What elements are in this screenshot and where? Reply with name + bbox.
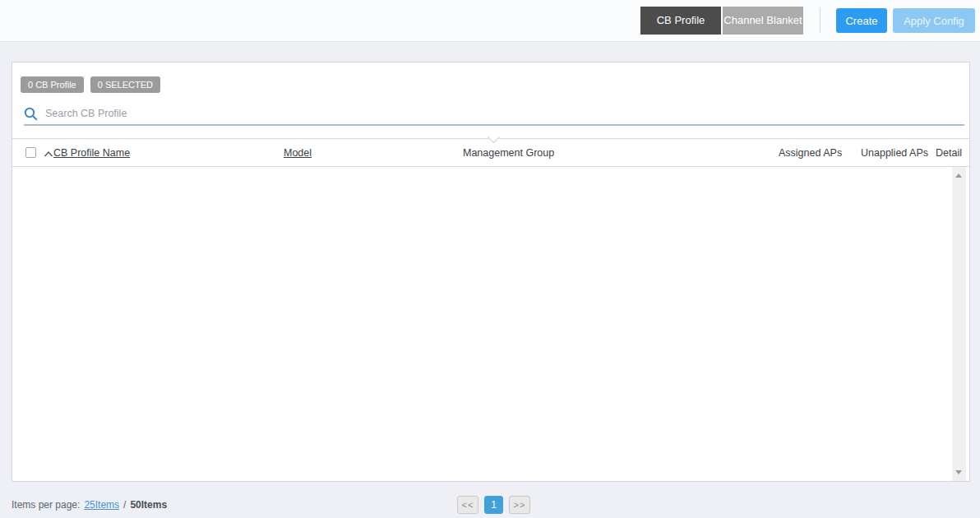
pagination-current-page[interactable]: 1	[484, 496, 503, 514]
select-all-checkbox[interactable]	[25, 147, 36, 158]
topbar-divider	[820, 8, 821, 33]
apply-config-button[interactable]: Apply Config	[893, 8, 975, 33]
table-header: CB Profile Name Model Management Group A…	[12, 138, 969, 167]
view-tab-group: CB Profile Channel Blanket	[640, 7, 803, 35]
items-per-page-label: Items per page:	[12, 499, 80, 511]
page-size-25-link[interactable]: 25Items	[84, 499, 119, 511]
tab-cb-profile[interactable]: CB Profile	[640, 7, 721, 35]
column-header-assigned-aps: Assigned APs	[779, 139, 842, 166]
pagination-first-button[interactable]: <<	[457, 496, 478, 514]
cb-profile-panel: 0 CB Profile 0 SELECTED CB Profile Name …	[12, 62, 970, 482]
page-size-50-option[interactable]: 50Items	[130, 499, 167, 511]
pagination-last-button[interactable]: >>	[509, 496, 530, 514]
column-header-unapplied-aps: Unapplied APs	[861, 139, 928, 166]
topbar: CB Profile Channel Blanket Create Apply …	[0, 0, 980, 42]
vertical-scrollbar[interactable]	[952, 167, 966, 481]
table-body-empty	[12, 167, 969, 481]
selected-count-badge: 0 SELECTED	[90, 76, 160, 93]
column-header-detail: Detail	[936, 139, 962, 166]
column-header-cb-profile-name[interactable]: CB Profile Name	[53, 139, 130, 166]
tab-channel-blanket[interactable]: Channel Blanket	[723, 7, 803, 35]
search-bar	[24, 103, 964, 126]
search-input[interactable]	[45, 108, 964, 119]
create-button[interactable]: Create	[836, 8, 887, 33]
scroll-up-icon[interactable]	[955, 173, 962, 178]
profile-count-badge: 0 CB Profile	[21, 76, 84, 93]
pagination: << 1 >>	[457, 496, 530, 514]
count-badges: 0 CB Profile 0 SELECTED	[21, 76, 160, 93]
items-per-page-control: Items per page: 25Items / 50Items	[12, 499, 167, 511]
page-size-separator: /	[123, 499, 126, 511]
search-icon	[24, 107, 38, 121]
scroll-down-icon[interactable]	[955, 470, 962, 474]
column-header-management-group: Management Group	[463, 139, 554, 166]
sort-ascending-icon[interactable]	[44, 149, 53, 156]
column-header-model[interactable]: Model	[284, 139, 312, 166]
